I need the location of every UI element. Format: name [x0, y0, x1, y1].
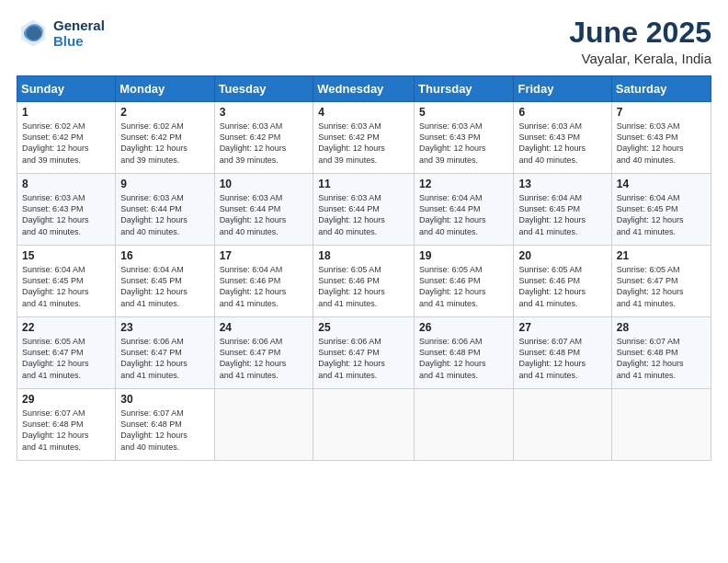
day-info: Sunrise: 6:03 AMSunset: 6:43 PMDaylight:…: [419, 121, 508, 166]
table-row: 6Sunrise: 6:03 AMSunset: 6:43 PMDaylight…: [514, 102, 611, 174]
day-info: Sunrise: 6:03 AMSunset: 6:44 PMDaylight:…: [318, 192, 409, 237]
day-info: Sunrise: 6:04 AMSunset: 6:45 PMDaylight:…: [518, 192, 606, 237]
table-row: 10Sunrise: 6:03 AMSunset: 6:44 PMDayligh…: [214, 174, 313, 246]
day-info: Sunrise: 6:06 AMSunset: 6:47 PMDaylight:…: [318, 336, 409, 381]
table-row: 28Sunrise: 6:07 AMSunset: 6:48 PMDayligh…: [611, 317, 711, 389]
logo-blue: Blue: [53, 33, 105, 49]
col-tuesday: Tuesday: [214, 76, 313, 102]
calendar-header-row: Sunday Monday Tuesday Wednesday Thursday…: [17, 76, 711, 102]
day-number: 3: [220, 106, 309, 119]
table-row: 3Sunrise: 6:03 AMSunset: 6:42 PMDaylight…: [214, 102, 313, 174]
day-number: 29: [22, 393, 110, 406]
day-number: 27: [518, 321, 606, 334]
col-wednesday: Wednesday: [313, 76, 415, 102]
day-info: Sunrise: 6:02 AMSunset: 6:42 PMDaylight:…: [120, 121, 209, 166]
general-blue-logo-icon: [17, 17, 50, 50]
table-row: 8Sunrise: 6:03 AMSunset: 6:43 PMDaylight…: [17, 174, 116, 246]
table-row: [514, 389, 611, 461]
table-row: [313, 389, 415, 461]
day-number: 24: [220, 321, 309, 334]
day-number: 21: [617, 249, 706, 262]
day-info: Sunrise: 6:04 AMSunset: 6:45 PMDaylight:…: [22, 264, 110, 309]
col-thursday: Thursday: [415, 76, 514, 102]
calendar-table: Sunday Monday Tuesday Wednesday Thursday…: [17, 75, 711, 461]
day-info: Sunrise: 6:02 AMSunset: 6:42 PMDaylight:…: [22, 121, 110, 166]
day-number: 16: [120, 249, 209, 262]
day-number: 8: [22, 178, 110, 190]
col-sunday: Sunday: [17, 76, 116, 102]
day-info: Sunrise: 6:05 AMSunset: 6:47 PMDaylight:…: [617, 264, 706, 309]
table-row: 26Sunrise: 6:06 AMSunset: 6:48 PMDayligh…: [415, 317, 514, 389]
table-row: 14Sunrise: 6:04 AMSunset: 6:45 PMDayligh…: [611, 174, 711, 246]
table-row: 18Sunrise: 6:05 AMSunset: 6:46 PMDayligh…: [313, 246, 415, 317]
day-info: Sunrise: 6:03 AMSunset: 6:44 PMDaylight:…: [120, 192, 209, 237]
page: General Blue June 2025 Vayalar, Kerala, …: [0, 0, 728, 563]
table-row: 16Sunrise: 6:04 AMSunset: 6:45 PMDayligh…: [116, 246, 214, 317]
table-row: 30Sunrise: 6:07 AMSunset: 6:48 PMDayligh…: [116, 389, 214, 461]
calendar-week-row: 8Sunrise: 6:03 AMSunset: 6:43 PMDaylight…: [17, 174, 711, 246]
day-info: Sunrise: 6:05 AMSunset: 6:46 PMDaylight:…: [518, 264, 606, 309]
day-number: 7: [617, 106, 706, 119]
day-number: 11: [318, 178, 409, 190]
table-row: 20Sunrise: 6:05 AMSunset: 6:46 PMDayligh…: [514, 246, 611, 317]
day-number: 30: [120, 393, 209, 406]
table-row: 1Sunrise: 6:02 AMSunset: 6:42 PMDaylight…: [17, 102, 116, 174]
col-monday: Monday: [116, 76, 214, 102]
day-info: Sunrise: 6:06 AMSunset: 6:47 PMDaylight:…: [120, 336, 209, 381]
col-friday: Friday: [514, 76, 611, 102]
title-block: June 2025 Vayalar, Kerala, India: [569, 17, 711, 66]
calendar-title: June 2025: [569, 17, 711, 49]
table-row: 22Sunrise: 6:05 AMSunset: 6:47 PMDayligh…: [17, 317, 116, 389]
calendar-week-row: 1Sunrise: 6:02 AMSunset: 6:42 PMDaylight…: [17, 102, 711, 174]
day-info: Sunrise: 6:07 AMSunset: 6:48 PMDaylight:…: [518, 336, 606, 381]
table-row: 11Sunrise: 6:03 AMSunset: 6:44 PMDayligh…: [313, 174, 415, 246]
table-row: 13Sunrise: 6:04 AMSunset: 6:45 PMDayligh…: [514, 174, 611, 246]
day-number: 10: [220, 178, 309, 190]
col-saturday: Saturday: [611, 76, 711, 102]
day-info: Sunrise: 6:03 AMSunset: 6:43 PMDaylight:…: [617, 121, 706, 166]
day-info: Sunrise: 6:07 AMSunset: 6:48 PMDaylight:…: [120, 408, 209, 453]
calendar-subtitle: Vayalar, Kerala, India: [569, 51, 711, 66]
day-info: Sunrise: 6:04 AMSunset: 6:45 PMDaylight:…: [617, 192, 706, 237]
table-row: 19Sunrise: 6:05 AMSunset: 6:46 PMDayligh…: [415, 246, 514, 317]
day-number: 6: [518, 106, 606, 119]
day-info: Sunrise: 6:03 AMSunset: 6:43 PMDaylight:…: [22, 192, 110, 237]
day-number: 17: [220, 249, 309, 262]
table-row: 23Sunrise: 6:06 AMSunset: 6:47 PMDayligh…: [116, 317, 214, 389]
table-row: 4Sunrise: 6:03 AMSunset: 6:42 PMDaylight…: [313, 102, 415, 174]
calendar-week-row: 15Sunrise: 6:04 AMSunset: 6:45 PMDayligh…: [17, 246, 711, 317]
table-row: 17Sunrise: 6:04 AMSunset: 6:46 PMDayligh…: [214, 246, 313, 317]
table-row: 29Sunrise: 6:07 AMSunset: 6:48 PMDayligh…: [17, 389, 116, 461]
day-info: Sunrise: 6:03 AMSunset: 6:43 PMDaylight:…: [518, 121, 606, 166]
logo: General Blue: [17, 17, 105, 50]
day-number: 23: [120, 321, 209, 334]
day-number: 20: [518, 249, 606, 262]
logo-text-block: General Blue: [53, 17, 105, 50]
header: General Blue June 2025 Vayalar, Kerala, …: [17, 17, 711, 66]
day-info: Sunrise: 6:06 AMSunset: 6:48 PMDaylight:…: [419, 336, 508, 381]
table-row: [611, 389, 711, 461]
day-info: Sunrise: 6:03 AMSunset: 6:42 PMDaylight:…: [318, 121, 409, 166]
day-number: 18: [318, 249, 409, 262]
day-info: Sunrise: 6:04 AMSunset: 6:46 PMDaylight:…: [220, 264, 309, 309]
table-row: 9Sunrise: 6:03 AMSunset: 6:44 PMDaylight…: [116, 174, 214, 246]
day-number: 19: [419, 249, 508, 262]
table-row: 15Sunrise: 6:04 AMSunset: 6:45 PMDayligh…: [17, 246, 116, 317]
day-info: Sunrise: 6:03 AMSunset: 6:42 PMDaylight:…: [220, 121, 309, 166]
day-number: 2: [120, 106, 209, 119]
day-number: 14: [617, 178, 706, 190]
day-info: Sunrise: 6:05 AMSunset: 6:46 PMDaylight:…: [318, 264, 409, 309]
table-row: [214, 389, 313, 461]
day-info: Sunrise: 6:07 AMSunset: 6:48 PMDaylight:…: [22, 408, 110, 453]
day-info: Sunrise: 6:06 AMSunset: 6:47 PMDaylight:…: [220, 336, 309, 381]
day-number: 22: [22, 321, 110, 334]
day-number: 28: [617, 321, 706, 334]
day-info: Sunrise: 6:07 AMSunset: 6:48 PMDaylight:…: [617, 336, 706, 381]
day-number: 13: [518, 178, 606, 190]
day-number: 15: [22, 249, 110, 262]
table-row: 27Sunrise: 6:07 AMSunset: 6:48 PMDayligh…: [514, 317, 611, 389]
calendar-week-row: 22Sunrise: 6:05 AMSunset: 6:47 PMDayligh…: [17, 317, 711, 389]
day-info: Sunrise: 6:05 AMSunset: 6:47 PMDaylight:…: [22, 336, 110, 381]
table-row: 25Sunrise: 6:06 AMSunset: 6:47 PMDayligh…: [313, 317, 415, 389]
day-number: 1: [22, 106, 110, 119]
